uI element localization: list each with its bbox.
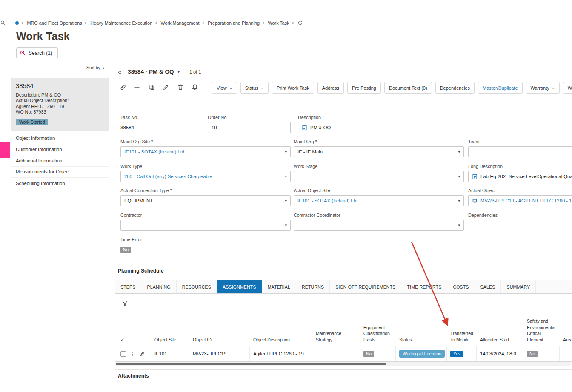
- field-label: Maint Org *: [294, 139, 464, 145]
- field-task-no: Task No 38584: [120, 115, 197, 130]
- team-input[interactable]: [468, 146, 572, 157]
- text-document-icon: [302, 125, 307, 131]
- sidebar-item-measurements-for-object[interactable]: Measurements for Object: [11, 167, 109, 178]
- chevron-down-icon: ▾: [282, 174, 287, 179]
- column-header-equipment-classification-exists[interactable]: Equipment Classification Exists: [360, 324, 396, 346]
- tab-costs[interactable]: COSTS: [447, 280, 475, 293]
- pre-posting-button[interactable]: Pre Posting: [347, 82, 381, 94]
- breadcrumb-home-icon[interactable]: [15, 21, 19, 25]
- tab-resources[interactable]: RESOURCES: [177, 280, 217, 293]
- breadcrumb-item[interactable]: Work Task: [268, 20, 289, 26]
- edit-icon[interactable]: [163, 84, 169, 91]
- paperclip-icon[interactable]: [139, 351, 145, 357]
- attachment-icon[interactable]: [119, 84, 126, 91]
- order-no-input[interactable]: 10: [208, 122, 291, 133]
- record-selector[interactable]: 38584 - PM & OQ: [128, 68, 174, 75]
- command-toolbar-icons: ⌄: [119, 84, 203, 91]
- actual-connection-type-select[interactable]: EQUIPMENT ▾: [120, 195, 291, 206]
- duplicate-icon[interactable]: [148, 84, 155, 91]
- contractor-coordinator-select[interactable]: ▾: [294, 220, 464, 231]
- breadcrumb-item[interactable]: Preparation and Planning: [208, 20, 260, 26]
- maint-org-select[interactable]: IE - IE Main ▾: [294, 146, 464, 157]
- field-label: Dependencies: [468, 213, 570, 218]
- row-checkbox[interactable]: [120, 351, 126, 357]
- horizontal-scrollbar[interactable]: [115, 362, 571, 366]
- alarm-bell-icon[interactable]: [192, 84, 198, 91]
- column-header-status[interactable]: Status: [396, 337, 447, 346]
- chevron-down-icon: ⌄: [261, 86, 264, 90]
- section-divider: [115, 369, 572, 370]
- tab-returns[interactable]: RETURNS: [296, 280, 330, 293]
- sidebar-item-scheduling-information[interactable]: Scheduling Information: [11, 178, 109, 189]
- column-header-allocated-start[interactable]: Allocated Start: [477, 337, 523, 346]
- sidebar-item-object-information[interactable]: Object Information: [11, 133, 109, 144]
- breadcrumb-item[interactable]: MRO and Fleet Operations: [27, 20, 82, 26]
- long-description-input[interactable]: Lab-Eq-202- Service LevelOperational Qua…: [468, 171, 572, 182]
- tab-sign-off-requirements[interactable]: SIGN OFF REQUIREMENTS: [330, 280, 401, 293]
- master-duplicate-button[interactable]: Master/Duplicate: [478, 82, 523, 94]
- work-stage-select[interactable]: ▾: [294, 171, 464, 182]
- dependencies-button[interactable]: Dependencies: [435, 82, 475, 94]
- tab-material[interactable]: MATERIAL: [262, 280, 296, 293]
- delete-icon[interactable]: [177, 84, 184, 91]
- column-header-maintenance-strategy[interactable]: Maintenance Strategy: [312, 330, 360, 346]
- actual-object-site-select[interactable]: IE101 - SOTAX (Ireland) Ltd. ▾: [294, 195, 464, 206]
- breadcrumb-item[interactable]: Heavy Maintenance Execution: [90, 20, 152, 26]
- column-header-object-id[interactable]: Object ID: [189, 337, 250, 346]
- column-header-area[interactable]: Area: [560, 337, 572, 346]
- field-maint-org-site: Maint Org Site * IE101 - SOTAX (Ireland)…: [120, 139, 291, 157]
- work-type-select[interactable]: 200 - Call Out (any) Services Chargeable…: [120, 171, 291, 182]
- address-button[interactable]: Address: [317, 82, 344, 94]
- long-description-icon: [472, 174, 478, 179]
- field-label: Team: [468, 139, 572, 145]
- column-header-object-site[interactable]: Object Site: [151, 337, 189, 346]
- cell-area: [560, 346, 572, 361]
- sidebar-section-nav: Object Information Customer Information …: [11, 133, 109, 189]
- time-error-badge: No: [120, 247, 131, 253]
- sidebar-item-additional-information[interactable]: Additional Information: [11, 155, 109, 167]
- tab-sales[interactable]: SALES: [475, 280, 501, 293]
- kebab-menu-icon[interactable]: ⋮: [130, 351, 135, 357]
- column-header-safety-critical[interactable]: Safety and Environmental Critical Elemen…: [523, 318, 560, 346]
- actual-object-input[interactable]: MV-23-HPLC19 - AGILENT HPLC 1260 - 19: [468, 195, 572, 206]
- sort-by-button[interactable]: Sort by ▾: [86, 65, 104, 70]
- chevron-down-icon[interactable]: ▾: [177, 70, 180, 74]
- chevron-down-icon: ▾: [282, 223, 287, 227]
- chevron-down-icon: ▾: [455, 174, 460, 179]
- column-header-transferred-to-mobile[interactable]: Transferred To Mobile: [447, 330, 477, 346]
- rail-search-icon[interactable]: [0, 20, 6, 27]
- scrollbar-thumb[interactable]: [116, 363, 386, 365]
- view-button[interactable]: View⌄: [212, 82, 237, 94]
- status-button[interactable]: Status⌄: [240, 82, 269, 94]
- tab-assignments[interactable]: ASSIGNMENTS: [217, 280, 262, 293]
- filter-icon[interactable]: [122, 300, 128, 307]
- chevron-down-icon[interactable]: ⌄: [200, 85, 203, 89]
- tab-planning[interactable]: PLANNING: [141, 280, 176, 293]
- table-row[interactable]: ⋮ IE101 MV-23-HPLC19 Agilent HPLC 1260 -…: [115, 346, 572, 362]
- description-input[interactable]: PM & OQ: [298, 122, 572, 133]
- tab-summary[interactable]: SUMMARY: [501, 280, 536, 293]
- planning-schedule-title: Planning Schedule: [118, 268, 163, 274]
- refresh-icon[interactable]: [297, 20, 303, 26]
- page-title: Work Task: [16, 30, 70, 43]
- warranty-button[interactable]: Warranty⌄: [526, 82, 560, 94]
- contractor-select[interactable]: ▾: [120, 220, 291, 231]
- add-icon[interactable]: [134, 84, 140, 91]
- select-all-checkmark-icon[interactable]: ✓: [120, 337, 124, 342]
- print-work-task-button[interactable]: Print Work Task: [272, 82, 314, 94]
- sidebar-item-customer-information[interactable]: Customer Information: [11, 144, 109, 156]
- tab-steps[interactable]: STEPS: [115, 280, 141, 293]
- document-text-button[interactable]: Document Text (0): [384, 82, 432, 94]
- record-card[interactable]: 38584 Description: PM & OQ Actual Object…: [11, 78, 109, 131]
- collapse-icon[interactable]: «: [118, 68, 121, 75]
- search-button[interactable]: Search (1): [16, 47, 58, 59]
- field-maint-org: Maint Org * IE - IE Main ▾: [294, 139, 464, 157]
- work-task-report-button[interactable]: Work Task Repor: [563, 82, 572, 94]
- column-header-object-description[interactable]: Object Description: [250, 337, 312, 346]
- field-label: Actual Connection Type *: [120, 188, 291, 193]
- tab-time-reports[interactable]: TIME REPORTS: [401, 280, 447, 293]
- field-label: Long Description: [468, 164, 572, 169]
- breadcrumb-item[interactable]: Work Management: [161, 20, 200, 26]
- maint-org-site-select[interactable]: IE101 - SOTAX (Ireland) Ltd. ▾: [120, 146, 291, 157]
- field-actual-connection-type: Actual Connection Type * EQUIPMENT ▾: [120, 188, 291, 206]
